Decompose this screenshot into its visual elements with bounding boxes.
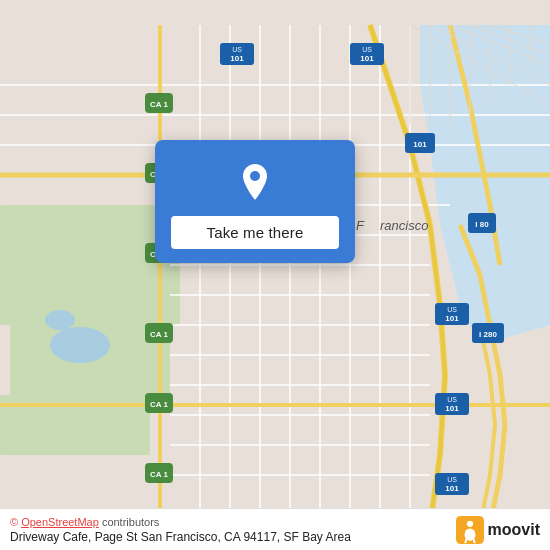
- bottom-bar-left: © OpenStreetMap contributors Driveway Ca…: [10, 515, 351, 544]
- svg-text:US: US: [232, 46, 242, 53]
- svg-text:US: US: [447, 476, 457, 483]
- svg-text:CA 1: CA 1: [150, 100, 168, 109]
- svg-text:US: US: [447, 396, 457, 403]
- svg-point-7: [45, 310, 75, 330]
- svg-text:CA 1: CA 1: [150, 400, 168, 409]
- svg-point-6: [50, 327, 110, 363]
- osm-link[interactable]: OpenStreetMap: [21, 516, 99, 528]
- svg-text:US: US: [362, 46, 372, 53]
- svg-point-80: [250, 171, 260, 181]
- moovit-logo: moovit: [456, 516, 540, 544]
- osm-credit-text: © OpenStreetMap contributors: [10, 516, 159, 528]
- svg-text:I 80: I 80: [475, 220, 489, 229]
- svg-text:US: US: [447, 306, 457, 313]
- moovit-label: moovit: [488, 521, 540, 539]
- svg-text:101: 101: [445, 314, 459, 323]
- svg-text:101: 101: [230, 54, 244, 63]
- svg-text:CA 1: CA 1: [150, 330, 168, 339]
- svg-rect-3: [0, 205, 180, 325]
- location-text: Driveway Cafe, Page St San Francisco, CA…: [10, 530, 351, 544]
- map-pin-icon: [231, 158, 279, 206]
- svg-text:101: 101: [413, 140, 427, 149]
- svg-text:101: 101: [360, 54, 374, 63]
- svg-point-82: [466, 520, 472, 526]
- svg-text:I 280: I 280: [479, 330, 497, 339]
- svg-text:rancisco: rancisco: [380, 218, 428, 233]
- osm-credit: © OpenStreetMap contributors: [10, 515, 351, 529]
- navigation-card: Take me there: [155, 140, 355, 263]
- map-container: CA 1 CA 1 CA 1 CA 1 CA 1 CA 1 US 101 US …: [0, 0, 550, 550]
- take-me-there-button[interactable]: Take me there: [171, 216, 339, 249]
- svg-text:101: 101: [445, 484, 459, 493]
- moovit-icon: [456, 516, 484, 544]
- bottom-bar: © OpenStreetMap contributors Driveway Ca…: [0, 508, 550, 550]
- svg-text:F: F: [356, 218, 365, 233]
- svg-text:101: 101: [445, 404, 459, 413]
- svg-text:CA 1: CA 1: [150, 470, 168, 479]
